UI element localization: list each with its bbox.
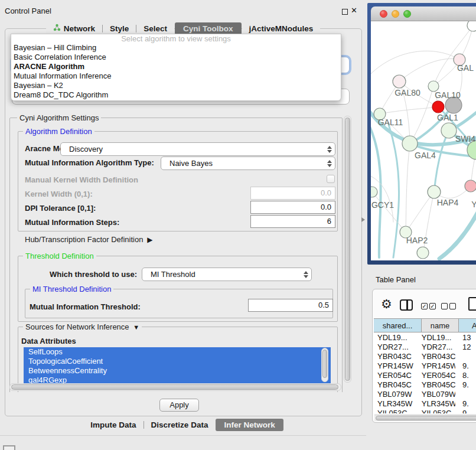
network-node[interactable] — [441, 123, 457, 138]
table-row[interactable]: YDR27...YDR27...12 — [374, 343, 476, 352]
network-edge — [433, 25, 473, 86]
float-window-icon[interactable] — [342, 9, 348, 15]
table-horizontal-scrollbar[interactable] — [374, 415, 476, 421]
zoom-window-icon[interactable] — [403, 10, 411, 18]
minimize-window-icon[interactable] — [392, 10, 399, 18]
select-all-columns-icon[interactable]: ✓ — [421, 303, 428, 309]
table-cell: YBL079W — [374, 390, 420, 399]
columns-icon[interactable] — [400, 299, 413, 311]
attributes-scrollbar[interactable] — [321, 348, 328, 382]
tab-select[interactable]: Select — [136, 22, 174, 35]
table-row[interactable]: YBR043CYBR043C — [374, 352, 476, 361]
network-node[interactable] — [465, 180, 476, 192]
dropdown-item[interactable]: ARACNE Algorithm — [11, 62, 341, 71]
tab-label: Style — [110, 24, 129, 33]
network-node[interactable] — [393, 75, 406, 88]
table-row[interactable]: YDL19...YDL19...13 — [374, 333, 476, 343]
aracne-mode-combo[interactable]: Discovery — [60, 142, 335, 156]
gear-icon[interactable]: ⚙ — [381, 298, 392, 310]
attribute-item[interactable]: TopologicalCoefficient — [24, 357, 331, 366]
table-row[interactable]: YLR345WYLR345W9. — [374, 399, 476, 409]
attribute-item[interactable]: gal4RGexp — [24, 376, 331, 384]
table-cell — [455, 352, 476, 361]
apply-button[interactable]: Apply — [159, 399, 199, 412]
tab-style[interactable]: Style — [103, 22, 136, 35]
table-cell: YIL053C — [374, 409, 420, 413]
table-row[interactable]: YBL079WYBL079W — [374, 390, 476, 399]
attribute-item[interactable]: SelfLoops — [24, 347, 331, 357]
panel-grip[interactable] — [3, 445, 15, 450]
tab-discretize-data[interactable]: Discretize Data — [144, 419, 216, 431]
cyni-bottom-tabs: Impute DataDiscretize DataInfer Network — [5, 418, 362, 432]
tab-infer-network[interactable]: Infer Network — [216, 419, 283, 431]
network-window-titlebar[interactable] — [371, 6, 476, 21]
kernel-width-field[interactable]: 0.0 — [250, 187, 335, 200]
dropdown-item[interactable]: Basic Correlation Inference — [11, 53, 341, 62]
sources-title-text: Sources for Network Inference — [25, 322, 129, 331]
network-node[interactable] — [432, 101, 444, 113]
mi-type-combo[interactable]: Naive Bayes — [161, 156, 335, 170]
network-node[interactable] — [417, 247, 429, 259]
mi-threshold-field[interactable]: 0.5 — [248, 299, 333, 312]
table-cell: 12 — [455, 343, 476, 352]
network-canvas-svg: GALGAL80GAL10GAL1GAL11SWI4GAL4GCY1HAP4YH… — [371, 21, 476, 260]
network-node[interactable] — [371, 187, 377, 197]
which-threshold-value: MI Threshold — [142, 270, 301, 279]
table-row[interactable]: YIL053CYIL053C9 — [374, 409, 476, 413]
table-header-row: shared...nameA — [374, 318, 476, 332]
network-node[interactable] — [428, 185, 441, 198]
mi-steps-label: Mutual Information Steps: — [25, 218, 119, 227]
network-node[interactable] — [467, 21, 476, 31]
hub-section-toggle[interactable]: Hub/Transcription Factor Definition ▶ — [25, 235, 153, 244]
manual-kernel-checkbox[interactable] — [327, 175, 335, 183]
table-cell: YBL079W — [420, 390, 455, 399]
table-cell: 13 — [455, 333, 476, 343]
column-header[interactable]: A — [459, 319, 476, 332]
table-cell: YBR043C — [420, 352, 455, 361]
data-attributes-list[interactable]: SelfLoopsTopologicalCoefficientBetweenne… — [24, 347, 331, 384]
export-table-icon[interactable] — [468, 297, 476, 311]
dropdown-item[interactable]: Dream8 DC_TDC Algorithm — [11, 90, 341, 100]
column-header[interactable]: shared... — [374, 319, 422, 332]
column-header[interactable]: name — [422, 319, 459, 332]
manual-kernel-label: Manual Kernel Width Definition — [25, 175, 138, 184]
table-cell: YLR345W — [374, 399, 420, 409]
table-cell: YPR145W — [420, 361, 455, 371]
network-node-label: GAL80 — [395, 88, 420, 97]
mi-steps-field[interactable]: 6 — [250, 215, 335, 228]
tab-jactivemnodules[interactable]: jActiveMNodules — [242, 22, 321, 35]
network-view-window[interactable]: GALGAL80GAL10GAL1GAL11SWI4GAL4GCY1HAP4YH… — [367, 3, 476, 265]
dropdown-item[interactable]: Mutual Information Inference — [11, 71, 341, 81]
network-canvas[interactable]: GALGAL80GAL10GAL1GAL11SWI4GAL4GCY1HAP4YH… — [371, 21, 476, 260]
close-window-icon[interactable] — [380, 10, 387, 18]
select-all-columns-icon[interactable]: ✓ — [429, 303, 436, 309]
dpi-tolerance-field[interactable]: 0.0 — [250, 201, 335, 214]
mi-threshold-label: Mutual Information Threshold: — [30, 302, 141, 311]
table-body: YDL19...YDL19...13YDR27...YDR27...12YBR0… — [374, 333, 476, 413]
sources-group-title[interactable]: Sources for Network Inference ▼ — [23, 322, 142, 331]
table-row[interactable]: YER054CYER054C8. — [374, 371, 476, 380]
stepper-icon — [301, 271, 311, 278]
algorithm-dropdown-popup: Select algorithm to view settings Bayesi… — [11, 34, 341, 101]
dropdown-item[interactable]: Bayesian – K2 — [11, 81, 341, 90]
tab-network[interactable]: Network — [46, 22, 102, 35]
network-node-label: HAP2 — [406, 236, 428, 245]
network-edge — [399, 58, 459, 81]
which-threshold-combo[interactable]: MI Threshold — [142, 268, 312, 281]
deselect-all-columns-icon[interactable] — [449, 303, 456, 309]
tab-impute-data[interactable]: Impute Data — [83, 419, 143, 431]
stepper-icon — [324, 146, 335, 153]
tab-cyni-toolbox[interactable]: Cyni Toolbox — [175, 22, 242, 35]
tab-label: Network — [64, 24, 95, 33]
close-panel-icon[interactable]: ✕ — [351, 6, 357, 15]
table-row[interactable]: YPR145WYPR145W9. — [374, 361, 476, 371]
deselect-all-columns-icon[interactable] — [441, 303, 448, 309]
dropdown-item[interactable]: Bayesian – Hill Climbing — [11, 43, 341, 53]
settings-vertical-scrollbar[interactable] — [344, 116, 351, 383]
settings-horizontal-scrollbar[interactable] — [9, 383, 341, 391]
table-cell: YDR27... — [374, 343, 420, 352]
network-node[interactable] — [402, 136, 418, 151]
attribute-item[interactable]: BetweennessCentrality — [24, 366, 331, 376]
table-cell: YPR145W — [374, 361, 420, 371]
table-row[interactable]: YBR045CYBR045C9. — [374, 380, 476, 390]
